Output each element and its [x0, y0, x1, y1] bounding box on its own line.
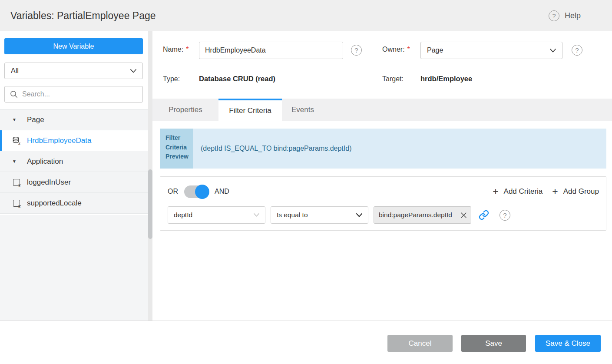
- chevron-down-icon: [356, 213, 362, 217]
- search-box[interactable]: [4, 86, 143, 103]
- required-asterisk: *: [407, 46, 410, 53]
- tree-item-label: loggedInUser: [27, 178, 71, 187]
- tree-item-supportedlocale[interactable]: x supportedLocale: [0, 193, 148, 214]
- search-input[interactable]: [22, 90, 137, 98]
- name-help-icon[interactable]: ?: [351, 45, 362, 56]
- caret-down-icon[interactable]: ▼: [12, 159, 20, 164]
- tree-group-label: Application: [27, 157, 63, 166]
- chevron-down-icon: [550, 49, 556, 53]
- and-label: AND: [215, 188, 229, 195]
- save-and-close-button[interactable]: Save & Close: [535, 335, 601, 352]
- detail-tabbar: Properties Filter Criteria Events: [152, 99, 612, 121]
- variables-sidebar: New Variable All ▼ Page x: [0, 31, 148, 321]
- tab-filter-criteria[interactable]: Filter Criteria: [218, 99, 282, 121]
- variable-type-filter-select[interactable]: All: [4, 63, 143, 79]
- filter-criteria-preview: Filter Criteria Preview (deptId IS_EQUAL…: [160, 129, 606, 169]
- criteria-actions: + Add Criteria + Add Group: [493, 187, 599, 197]
- tab-events[interactable]: Events: [282, 99, 324, 121]
- criteria-value-field[interactable]: bind:pageParams.deptId: [374, 206, 471, 224]
- tree-group-application[interactable]: ▼ Application: [0, 151, 148, 172]
- criteria-group: OR AND + Add Criteria + Add Group: [160, 176, 606, 231]
- criteria-field-value: deptId: [174, 211, 254, 219]
- caret-down-icon[interactable]: ▼: [12, 117, 20, 122]
- database-icon: x: [12, 136, 20, 145]
- tree-group-page[interactable]: ▼ Page: [0, 109, 148, 130]
- plus-icon: +: [552, 187, 558, 197]
- criteria-row: deptId Is equal to bind:pageParams.deptI…: [168, 206, 510, 224]
- sidebar-scrollbar-thumb[interactable]: [148, 169, 152, 239]
- tree-item-loggedinuser[interactable]: x loggedInUser: [0, 172, 148, 193]
- tree-item-hrdbemployeedata[interactable]: x HrdbEmployeeData: [0, 130, 148, 151]
- help-circle-icon: ?: [549, 10, 559, 21]
- owner-label: Owner:*: [382, 46, 410, 53]
- criteria-value-text: bind:pageParams.deptId: [379, 211, 460, 219]
- new-variable-button[interactable]: New Variable: [4, 38, 143, 54]
- criteria-condition-select[interactable]: Is equal to: [271, 206, 368, 224]
- static-variable-icon: x: [12, 179, 20, 186]
- add-criteria-button[interactable]: + Add Criteria: [493, 187, 543, 197]
- toggle-knob[interactable]: [195, 185, 209, 199]
- static-variable-icon: x: [12, 200, 20, 207]
- add-group-button[interactable]: + Add Group: [552, 187, 599, 197]
- plus-icon: +: [493, 187, 498, 197]
- chevron-down-icon: [254, 213, 259, 217]
- type-value: Database CRUD (read): [199, 75, 275, 83]
- variables-dialog: Variables: PartialEmployee Page ? Help N…: [0, 0, 612, 364]
- criteria-field-select[interactable]: deptId: [168, 206, 265, 224]
- add-criteria-label: Add Criteria: [504, 187, 543, 196]
- owner-help-icon[interactable]: ?: [572, 45, 582, 56]
- dialog-header: Variables: PartialEmployee Page ? Help: [0, 0, 612, 31]
- criteria-help-icon[interactable]: ?: [500, 210, 510, 221]
- chevron-down-icon: [130, 69, 136, 73]
- target-value: hrdb/Employee: [420, 75, 472, 83]
- help-label: Help: [565, 11, 581, 20]
- type-label: Type:: [163, 75, 180, 83]
- sidebar-empty-area: [0, 215, 148, 321]
- svg-text:x: x: [18, 141, 20, 145]
- filter-criteria-preview-label: Filter Criteria Preview: [160, 129, 193, 169]
- sidebar-scrollbar[interactable]: [148, 31, 152, 321]
- logic-toggle-row: OR AND + Add Criteria + Add Group: [168, 185, 599, 199]
- dialog-footer: Cancel Save Save & Close: [0, 321, 612, 364]
- help-button[interactable]: ? Help: [549, 0, 581, 31]
- cancel-button[interactable]: Cancel: [387, 335, 453, 352]
- page-title: Variables: PartialEmployee Page: [10, 0, 156, 31]
- owner-select-value: Page: [427, 46, 550, 54]
- name-label: Name:*: [163, 46, 189, 53]
- search-icon: [10, 90, 18, 98]
- tab-properties[interactable]: Properties: [152, 99, 218, 121]
- required-asterisk: *: [186, 46, 189, 53]
- criteria-condition-value: Is equal to: [277, 211, 356, 219]
- or-label: OR: [168, 188, 178, 195]
- tree-item-label: supportedLocale: [27, 199, 82, 208]
- variable-detail-panel: Name:* ? Owner:* Page ? Type: Database C…: [152, 31, 612, 321]
- owner-select[interactable]: Page: [420, 42, 562, 59]
- variables-tree: ▼ Page x HrdbEmployeeData ▼ Application: [0, 109, 148, 214]
- name-input[interactable]: [199, 42, 343, 59]
- save-button[interactable]: Save: [461, 335, 526, 352]
- filter-criteria-preview-value: (deptId IS_EQUAL_TO bind:pageParams.dept…: [193, 129, 606, 169]
- variable-type-filter-value: All: [11, 67, 130, 75]
- tree-item-label: HrdbEmployeeData: [27, 136, 91, 145]
- bind-link-icon[interactable]: [479, 210, 489, 220]
- or-and-toggle[interactable]: [184, 185, 208, 198]
- add-group-label: Add Group: [563, 187, 599, 196]
- tree-group-label: Page: [27, 116, 44, 124]
- target-label: Target:: [382, 75, 404, 83]
- clear-value-icon[interactable]: [460, 212, 467, 219]
